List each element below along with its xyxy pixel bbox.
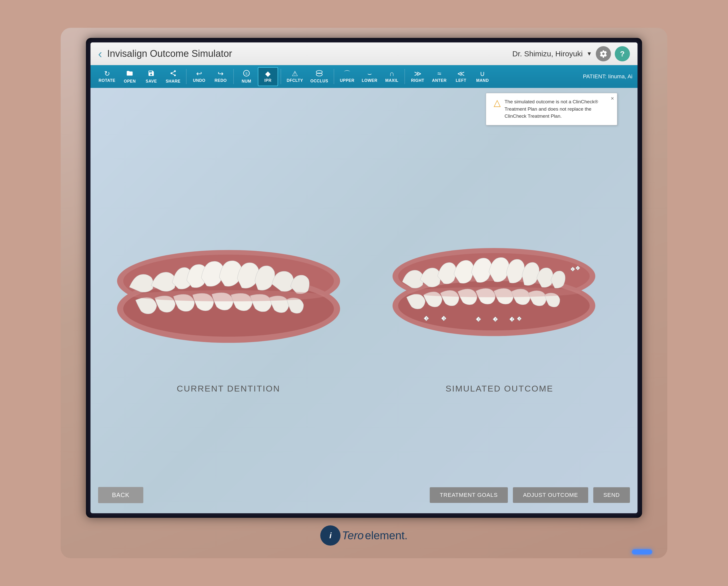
tool-lower-label: LOWER — [362, 78, 377, 83]
screen: ‹ Invisalign Outcome Simulator Dr. Shimi… — [91, 43, 637, 513]
save-icon — [148, 70, 155, 78]
svg-text:.2: .2 — [494, 318, 497, 321]
simulated-outcome-panel: .5 .5 .2 — [369, 116, 630, 482]
help-button[interactable]: ? — [615, 46, 630, 61]
left-icon: ≪ — [457, 70, 465, 77]
tool-lower[interactable]: ⌣ LOWER — [359, 67, 380, 86]
tool-occlus[interactable]: OCCLUS — [307, 67, 331, 86]
toolbar: ↻ ROTATE OPEN SAVE — [91, 65, 637, 88]
current-dentition-panel: CURRENT DENTITION — [98, 116, 359, 482]
svg-text:2: 2 — [572, 268, 573, 270]
right-icon: ≫ — [414, 70, 421, 77]
itero-brand-name: Tero — [342, 529, 363, 542]
tool-mand-label: MAND — [476, 78, 489, 83]
svg-text:.5: .5 — [425, 317, 427, 320]
tool-save-label: SAVE — [146, 79, 157, 84]
upper-icon: ⌒ — [344, 70, 351, 77]
open-icon — [126, 70, 133, 78]
anter-icon: ≈ — [437, 70, 441, 77]
svg-text:.2: .2 — [477, 318, 479, 321]
lower-icon: ⌣ — [367, 70, 372, 77]
monitor-frame: ‹ Invisalign Outcome Simulator Dr. Shimi… — [61, 28, 667, 558]
tool-upper-label: UPPER — [340, 78, 354, 83]
num-icon: ① — [243, 70, 250, 78]
tool-dfclty-label: DFCLTY — [287, 78, 303, 83]
screen-bezel: ‹ Invisalign Outcome Simulator Dr. Shimi… — [86, 38, 642, 518]
warning-triangle-icon: △ — [494, 98, 501, 107]
svg-text:2: 2 — [577, 267, 578, 269]
monitor-bottom: i Tero element. — [320, 525, 407, 545]
warning-dialog: × △ The simulated outcome is not a ClinC… — [486, 93, 617, 125]
doctor-info: Dr. Shimizu, Hiroyuki ▼ ? — [512, 46, 630, 61]
title-bar: ‹ Invisalign Outcome Simulator Dr. Shimi… — [91, 43, 637, 65]
warning-message: The simulated outcome is not a ClinCheck… — [505, 98, 609, 120]
svg-text:.2: .2 — [511, 318, 513, 321]
tool-open-label: OPEN — [124, 79, 136, 84]
tool-dfclty[interactable]: ⚠ DFCLTY — [284, 67, 306, 86]
ipr-icon: ◆ — [265, 70, 271, 77]
toolbar-divider-4 — [334, 69, 334, 84]
treatment-goals-button[interactable]: TREATMENT GOALS — [430, 487, 508, 503]
power-indicator — [632, 550, 652, 554]
tool-redo[interactable]: ↪ REDO — [210, 67, 231, 86]
current-dentition-label: CURRENT DENTITION — [177, 384, 280, 394]
tool-num[interactable]: ① NUM — [236, 67, 256, 86]
adjust-outcome-button[interactable]: ADJUST OUTCOME — [513, 487, 588, 503]
doctor-name: Dr. Shimizu, Hiroyuki — [512, 50, 583, 58]
back-nav-icon[interactable]: ‹ — [98, 48, 102, 60]
tool-maxil-label: MAXIL — [385, 78, 398, 83]
occlus-icon — [316, 70, 323, 78]
dropdown-icon[interactable]: ▼ — [586, 51, 592, 57]
tool-left-label: LEFT — [456, 78, 467, 83]
tool-ipr-label: IPR — [265, 78, 272, 83]
tool-share-label: SHARE — [166, 79, 180, 84]
simulated-outcome-label: SIMULATED OUTCOME — [446, 384, 553, 394]
settings-button[interactable] — [596, 46, 611, 61]
main-content: × △ The simulated outcome is not a ClinC… — [91, 88, 637, 513]
tool-occlus-label: OCCLUS — [310, 79, 328, 83]
toolbar-divider-5 — [404, 69, 405, 84]
share-icon — [170, 70, 177, 78]
undo-icon: ↩ — [196, 70, 202, 77]
tool-mand[interactable]: ∪ MAND — [473, 67, 493, 86]
bottom-bar: BACK TREATMENT GOALS ADJUST OUTCOME SEND — [98, 482, 630, 506]
svg-point-8 — [132, 290, 325, 301]
svg-point-29 — [406, 287, 581, 297]
svg-text:.5: .5 — [518, 317, 520, 320]
tool-anter[interactable]: ≈ ANTER — [429, 67, 450, 86]
tool-left[interactable]: ≪ LEFT — [451, 67, 471, 86]
itero-element-text: element. — [365, 529, 408, 542]
itero-logo: i Tero element. — [320, 525, 407, 545]
current-dentition-image — [98, 204, 359, 376]
rotate-icon: ↻ — [104, 70, 110, 77]
tool-share[interactable]: SHARE — [162, 67, 183, 86]
tool-ipr[interactable]: ◆ IPR — [258, 67, 278, 86]
tool-anter-label: ANTER — [432, 78, 447, 83]
maxil-icon: ∩ — [389, 70, 394, 77]
patient-label: PATIENT: Iinuma, Ai — [583, 73, 632, 80]
tool-maxil[interactable]: ∩ MAXIL — [382, 67, 402, 86]
tool-rotate[interactable]: ↻ ROTATE — [96, 67, 118, 86]
warning-close-button[interactable]: × — [611, 95, 614, 102]
itero-i-letter: i — [329, 531, 332, 540]
svg-text:.5: .5 — [443, 317, 445, 320]
tool-upper[interactable]: ⌒ UPPER — [337, 67, 357, 86]
dental-views: CURRENT DENTITION — [98, 116, 630, 482]
action-buttons: TREATMENT GOALS ADJUST OUTCOME SEND — [430, 487, 630, 503]
back-button[interactable]: BACK — [98, 487, 143, 503]
tool-save[interactable]: SAVE — [141, 67, 161, 86]
tool-undo-label: UNDO — [193, 78, 205, 83]
tool-open[interactable]: OPEN — [120, 67, 140, 86]
svg-text:①: ① — [245, 71, 248, 75]
itero-logo-icon: i — [320, 525, 341, 545]
redo-icon: ↪ — [218, 70, 223, 77]
dfclty-icon: ⚠ — [292, 70, 298, 77]
tool-right-label: RIGHT — [411, 78, 424, 83]
tool-rotate-label: ROTATE — [99, 78, 115, 83]
tool-redo-label: REDO — [215, 78, 227, 83]
tool-right[interactable]: ≫ RIGHT — [407, 67, 428, 86]
send-button[interactable]: SEND — [593, 487, 630, 503]
mand-icon: ∪ — [480, 70, 485, 77]
toolbar-divider-3 — [281, 69, 281, 84]
tool-undo[interactable]: ↩ UNDO — [189, 67, 209, 86]
